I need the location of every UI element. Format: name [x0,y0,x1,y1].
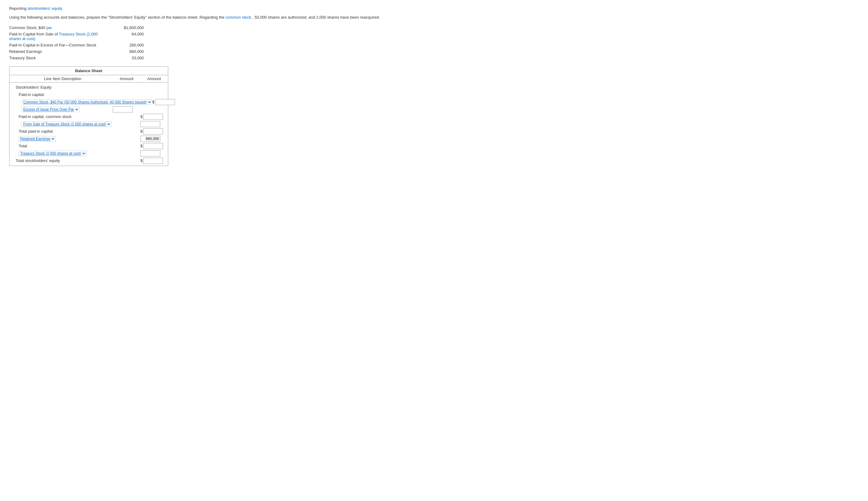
total-equity-col2: $ [140,158,168,164]
account-row-paid-in-excess: Paid-In Capital in Excess of Par—Common … [9,43,859,47]
row-common-stock-dropdown: Common Stock, $40 Par (50,000 Shares Aut… [10,98,168,106]
intro-text-after: , 50,000 shares are authorized, and 2,00… [252,15,380,20]
row-retained-earnings: Retained Earnings [10,135,168,142]
row-paid-in-capital-common: Paid-in capital, common stock $ [10,113,168,120]
paid-in-common-dollar: $ [140,114,143,119]
account-name-common-stock: Common Stock, $40 par [9,25,107,30]
total-col2: $ [140,143,168,149]
stockholders-equity-label: Stockholders' Equity [10,85,113,89]
treasury-deduct-col2 [140,150,168,157]
retained-earnings-col2 [140,136,168,142]
total-paid-in-capital-input[interactable] [143,128,163,135]
paid-in-capital-common-label: Paid-in capital, common stock [10,114,113,119]
common-stock-dropdown[interactable]: Common Stock, $40 Par (50,000 Shares Aut… [22,99,152,105]
balance-sheet-title: Balance Sheet [10,67,168,75]
bs-col-amt1-header: Amount [113,76,140,81]
total-equity-input[interactable] [143,158,163,164]
total-paid-in-dollar: $ [140,129,143,134]
common-stock-col1: $ [152,99,175,105]
treasury-sale-dropdown-container[interactable]: From Sale of Treasury Stock (2,000 share… [10,121,113,127]
retained-earnings-dropdown-container[interactable]: Retained Earnings [10,136,113,141]
treasury-sale-dropdown[interactable]: From Sale of Treasury Stock (2,000 share… [22,121,112,127]
paid-in-capital-common-input[interactable] [143,114,163,120]
common-stock-link[interactable]: common stock [226,15,251,20]
row-paid-in-capital-header: Paid-in capital: [10,91,168,98]
intro-text-before: Using the following accounts and balance… [9,15,224,20]
total-paid-in-capital-label: Total paid-in capital [10,129,113,134]
account-name-treasury-stock: Treasury Stock [9,56,107,60]
row-excess-dropdown: Excess of Issue Price Over Par [10,106,168,113]
balance-sheet: Balance Sheet Line Item Description Amou… [9,66,168,166]
account-value-paid-in-treasury: 64,000 [107,32,144,41]
row-stockholders-equity: Stockholders' Equity [10,84,168,91]
paid-in-capital-label: Paid-in capital: [10,92,113,97]
accounts-table: Common Stock, $40 par $1,600,000 Paid-In… [9,25,859,60]
paid-in-capital-common-col2: $ [140,114,168,120]
row-treasury-stock-sale-dropdown: From Sale of Treasury Stock (2,000 share… [10,120,168,128]
total-input[interactable] [143,143,163,149]
common-stock-dollar: $ [152,100,155,104]
total-equity-label: Total stockholders' equity [10,158,113,163]
account-value-retained-earnings: 880,000 [107,49,144,54]
reporting-label: Reporting [9,6,26,11]
retained-earnings-input[interactable] [140,136,160,142]
stockholders-equity-link[interactable]: stockholders' equity [28,6,62,11]
account-row-paid-in-treasury: Paid-In Capital from Sale of Treasury St… [9,32,859,41]
treasury-sale-input[interactable] [140,121,160,127]
bs-header-row: Line Item Description Amount Amount [10,75,168,83]
retained-earnings-dropdown[interactable]: Retained Earnings [19,136,56,141]
account-value-treasury-stock: 33,000 [107,56,144,60]
treasury-deduct-dropdown[interactable]: Treasury Stock (2,000 shares at cost) [19,151,86,156]
bs-col-desc-header: Line Item Description [10,76,113,81]
account-row-treasury-stock: Treasury Stock 33,000 [9,56,859,60]
account-name-paid-in-treasury: Paid-In Capital from Sale of Treasury St… [9,32,107,41]
row-total-paid-in-capital: Total paid-in capital $ [10,128,168,135]
total-equity-dollar: $ [140,158,143,163]
par-link[interactable]: par [46,25,52,30]
account-name-paid-in-excess: Paid-In Capital in Excess of Par—Common … [9,43,107,47]
row-total-equity: Total stockholders' equity $ [10,157,168,164]
total-dollar: $ [140,144,143,148]
total-paid-in-capital-col2: $ [140,128,168,135]
common-stock-input[interactable] [155,99,175,105]
excess-dropdown-container[interactable]: Excess of Issue Price Over Par [10,107,113,112]
excess-dropdown[interactable]: Excess of Issue Price Over Par [22,107,80,112]
row-treasury-stock-deduct: Treasury Stock (2,000 shares at cost) [10,150,168,157]
treasury-sale-col2 [140,121,168,127]
excess-col1 [113,106,140,113]
common-stock-dropdown-container[interactable]: Common Stock, $40 Par (50,000 Shares Aut… [10,99,152,105]
account-value-paid-in-excess: 280,000 [107,43,144,47]
bs-col-amt2-header: Amount [140,76,168,81]
treasury-deduct-input[interactable] [140,150,160,157]
account-row-common-stock: Common Stock, $40 par $1,600,000 [9,25,859,30]
account-value-common-stock: $1,600,000 [107,25,144,30]
bs-body: Stockholders' Equity Paid-in capital: Co… [10,83,168,166]
account-row-retained-earnings: Retained Earnings 880,000 [9,49,859,54]
reporting-line: Reporting stockholders' equity [9,6,859,11]
treasury-deduct-dropdown-container[interactable]: Treasury Stock (2,000 shares at cost) [10,151,113,156]
excess-input[interactable] [113,106,133,113]
treasury-stock-link[interactable]: Treasury Stock (2,000 shares at cost) [9,32,98,41]
total-label: Total [10,144,113,148]
account-name-retained-earnings: Retained Earnings [9,49,107,54]
row-total: Total $ [10,142,168,150]
intro-paragraph: Using the following accounts and balance… [9,14,859,21]
